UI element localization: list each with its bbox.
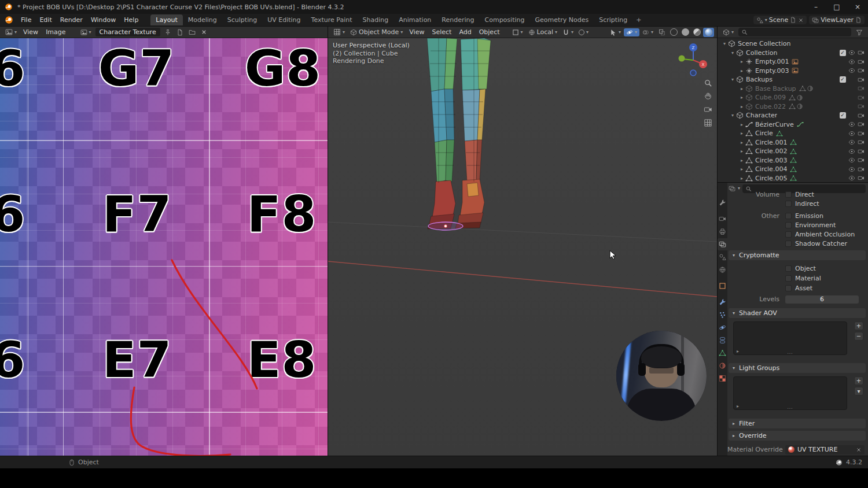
outliner-row-circle-002[interactable]: ▸ Circle.002: [718, 147, 868, 156]
vp-menu-view[interactable]: View: [406, 27, 428, 37]
outliner-row-circle[interactable]: ▸ Circle: [718, 129, 868, 138]
disable-render-icon[interactable]: [858, 157, 865, 164]
outliner-row-circle-004[interactable]: ▸ Circle.004: [718, 165, 868, 174]
tab-physics-icon[interactable]: [719, 324, 726, 331]
uv-menu-view[interactable]: View: [20, 27, 42, 37]
transform-pivot-dropdown[interactable]: ▾: [510, 28, 525, 36]
shadow-catcher-checkbox[interactable]: [785, 241, 792, 247]
show-gizmo-toggle[interactable]: ▾: [624, 28, 639, 36]
expand-icon[interactable]: ▸: [738, 167, 745, 172]
hide-eye-icon[interactable]: [848, 148, 855, 155]
cryptomatte-material-checkbox[interactable]: [785, 275, 792, 282]
close-button[interactable]: ×: [847, 0, 868, 14]
tab-constraints-icon[interactable]: [719, 337, 726, 344]
outliner-row-empty-003[interactable]: ▸ Empty.003: [718, 66, 868, 76]
expand-icon[interactable]: ▾: [721, 41, 728, 46]
disable-render-icon[interactable]: [858, 49, 865, 56]
outliner-row-character[interactable]: ▾ Character ✓: [718, 111, 868, 120]
outliner-filter-button[interactable]: [854, 28, 865, 36]
override-section-header[interactable]: ▸ Override: [729, 431, 866, 441]
outliner-row-circle-001[interactable]: ▸ Circle.001: [718, 138, 868, 147]
scene-selector[interactable]: ▾ Scene: [753, 16, 807, 24]
tab-scripting[interactable]: Scripting: [594, 14, 632, 25]
expand-icon[interactable]: ▸: [738, 86, 745, 91]
list-expand-icon[interactable]: ▸: [737, 404, 739, 409]
disable-render-icon[interactable]: [858, 103, 865, 110]
light-groups-section-header[interactable]: ▾ Light Groups: [729, 363, 866, 373]
tab-sculpting[interactable]: Sculpting: [222, 14, 262, 25]
indirect-checkbox[interactable]: [785, 201, 792, 207]
hide-eye-icon[interactable]: [848, 157, 855, 164]
image-name-field[interactable]: Character Texture: [95, 28, 160, 36]
cryptomatte-section-header[interactable]: ▾ Cryptomatte: [729, 250, 866, 260]
outliner-row-beziercurve[interactable]: ▸ BézierCurve: [718, 120, 868, 130]
hide-eye-icon[interactable]: [848, 130, 855, 137]
light-group-specials-button[interactable]: ▾: [854, 387, 863, 395]
direct-checkbox[interactable]: [785, 191, 792, 198]
menu-help[interactable]: Help: [120, 15, 142, 25]
hide-eye-icon[interactable]: [848, 67, 855, 74]
emission-checkbox[interactable]: [785, 213, 792, 219]
vp-menu-add[interactable]: Add: [455, 27, 475, 37]
maximize-button[interactable]: □: [826, 0, 847, 14]
vp-menu-select[interactable]: Select: [428, 27, 455, 37]
tab-modeling[interactable]: Modeling: [183, 14, 222, 25]
blender-menu-icon[interactable]: [5, 16, 13, 24]
expand-icon[interactable]: ▸: [738, 59, 745, 64]
cryptomatte-asset-checkbox[interactable]: [785, 285, 792, 291]
menu-file[interactable]: File: [17, 15, 35, 25]
tab-view-layer-icon[interactable]: [719, 241, 726, 248]
shader-aov-list[interactable]: ▸ …: [733, 321, 847, 355]
tab-material-icon[interactable]: [719, 362, 726, 369]
disable-render-icon[interactable]: [858, 94, 865, 101]
vp-menu-object[interactable]: Object: [476, 27, 503, 37]
collection-checkbox[interactable]: ✓: [840, 112, 846, 119]
selectability-dropdown[interactable]: ▾: [608, 28, 623, 36]
xray-toggle[interactable]: [656, 28, 668, 36]
ortho-grid-icon[interactable]: [704, 119, 712, 127]
outliner-row-scene-collection[interactable]: ▾ Scene Collection: [718, 39, 868, 49]
outliner-row-collection[interactable]: ▾ Collection ✓: [718, 49, 868, 58]
add-workspace-button[interactable]: +: [632, 14, 645, 25]
add-light-group-button[interactable]: +: [854, 376, 863, 385]
navigation-gizmo[interactable]: Z X: [675, 42, 711, 77]
uv-editor-type-button[interactable]: ▾: [3, 28, 19, 36]
snap-toggle[interactable]: ▾: [560, 28, 576, 36]
tab-scene-icon[interactable]: [719, 253, 726, 261]
disable-render-icon[interactable]: [858, 76, 865, 83]
expand-icon[interactable]: ▸: [738, 158, 745, 163]
tab-texture-paint[interactable]: Texture Paint: [306, 14, 358, 25]
hide-eye-icon[interactable]: [848, 139, 855, 146]
ambient-occlusion-checkbox[interactable]: [785, 231, 792, 238]
orientation-dropdown[interactable]: Local ▾: [526, 28, 560, 36]
unlink-image-button[interactable]: [198, 28, 209, 36]
gizmo-y-axis[interactable]: [679, 56, 685, 62]
expand-icon[interactable]: ▸: [738, 140, 745, 145]
environment-checkbox[interactable]: [785, 222, 792, 228]
expand-icon[interactable]: ▾: [729, 113, 736, 118]
camera-view-icon[interactable]: [704, 105, 712, 114]
tab-uv-editing[interactable]: UV Editing: [262, 14, 306, 25]
viewport-editor-type-button[interactable]: ▾: [331, 28, 347, 36]
expand-icon[interactable]: ▾: [729, 50, 736, 56]
levels-slider[interactable]: 6: [785, 295, 859, 304]
expand-icon[interactable]: ▸: [738, 131, 745, 136]
proportional-edit-dropdown[interactable]: ▾: [576, 29, 591, 36]
pin-image-button[interactable]: [162, 28, 174, 36]
expand-icon[interactable]: ▸: [738, 95, 745, 100]
disable-render-icon[interactable]: [858, 139, 865, 146]
tab-object-icon[interactable]: [719, 282, 726, 290]
new-scene-icon[interactable]: [790, 17, 796, 23]
disable-render-icon[interactable]: [858, 175, 865, 182]
image-browse-button[interactable]: ▾: [78, 28, 94, 36]
expand-icon[interactable]: ▸: [738, 122, 745, 127]
menu-window[interactable]: Window: [87, 15, 120, 25]
new-image-button[interactable]: [174, 28, 186, 36]
disable-render-icon[interactable]: [858, 85, 865, 92]
gizmo-neg-z-axis[interactable]: [690, 70, 696, 76]
shading-material-button[interactable]: [692, 28, 703, 37]
tab-object-data-icon[interactable]: [719, 349, 726, 357]
collection-checkbox[interactable]: ✓: [840, 50, 846, 56]
shading-wireframe-button[interactable]: [668, 28, 679, 37]
tab-texture-icon[interactable]: [719, 375, 726, 382]
